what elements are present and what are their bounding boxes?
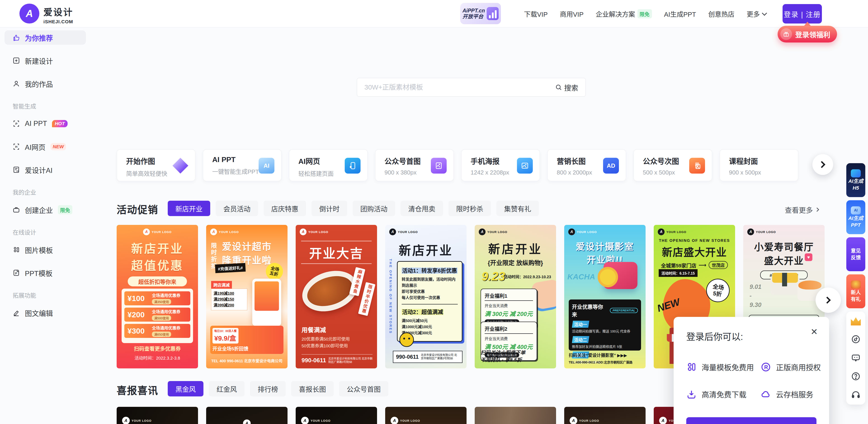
quick-cards-next-button[interactable] [812, 154, 833, 175]
quick-card-ai-web[interactable]: AI网页 轻松搭建页面 [289, 149, 368, 181]
nav-label: 更多 [747, 9, 760, 19]
report-poster[interactable]: A [206, 407, 287, 424]
sidebar-item-ppt-templates[interactable]: P PPT模板 [4, 266, 86, 280]
free-badge: 限免 [58, 205, 72, 214]
sidebar-item-new-design[interactable]: 新建设计 [4, 53, 86, 68]
brand-logo-icon[interactable]: A [20, 4, 39, 24]
rail-badge-ai-ppt[interactable]: AI AI生成 PPT [846, 200, 865, 234]
poster-logo: AYOUR LOGO [658, 229, 686, 235]
report-tab-black-gold[interactable]: 黑金风 [168, 381, 204, 396]
quick-card-wechat-cover[interactable]: 公众号首图 900 x 380px [375, 149, 454, 181]
sidebar-item-image-templates[interactable]: 图片模板 [4, 243, 86, 257]
search-button[interactable]: 搜索 [555, 82, 578, 92]
login-register-button[interactable]: 登录 | 注册 [782, 4, 822, 24]
brand-name-cn: 爱设计 [43, 5, 73, 18]
sidebar-item-label: 创建企业 [25, 205, 53, 215]
poster-new-store-activities[interactable]: AYOUR LOGO THE OPENING OF NEW STORES 新店开… [385, 225, 467, 368]
poster-bullet: 20优惠券满50元即可使用 [302, 336, 350, 342]
sidebar-item-my-works[interactable]: 我的作品 [4, 77, 86, 91]
brand-wordmark[interactable]: 爱设计 iSHEJI.COM [43, 5, 73, 24]
promo-tab-group-buy[interactable]: 团购活动 [352, 201, 395, 216]
quick-card-course-cover[interactable]: 课程封面 900 x 500px [719, 149, 798, 181]
login-benefit-badge[interactable]: 登录领福利 [778, 26, 837, 42]
svg-text:AI: AI [16, 170, 18, 172]
benefit-label: 云存档服务 [776, 389, 813, 400]
rail-badge-label: AI生成 [848, 178, 863, 184]
sidebar-item-ai-ppt[interactable]: P AI PPT HOT [4, 116, 86, 131]
poster-logo: AYOUR LOGO [568, 229, 597, 235]
report-poster[interactable]: AYOUR LOGO [385, 407, 467, 424]
promo-posters-next-button[interactable] [815, 287, 841, 313]
tab-label: 喜报长图 [299, 384, 326, 394]
report-tab-long-image[interactable]: 喜报长图 [291, 381, 334, 396]
aippt-badge-line1: AiPPT.cn [463, 8, 485, 13]
nav-item-more[interactable]: 更多 [747, 9, 766, 19]
search-input[interactable] [364, 83, 555, 91]
douyin-icon[interactable] [851, 334, 861, 344]
quick-card-wechat-secondary[interactable]: 公众号次图 500 x 500px [633, 149, 712, 181]
promo-tab-member[interactable]: 会员活动 [216, 201, 258, 216]
sidebar-item-ai-web[interactable]: H AI网页 NEW [4, 140, 86, 154]
poster-subtitle-pill: 超低折扣等你来 [128, 276, 187, 286]
poster-footer-line: 990-0611北京市爱设计科技有限公司 北京市朝阳区广渠路3号院5B [302, 354, 373, 364]
promo-tab-flash-sale[interactable]: 限时秒杀 [448, 201, 491, 216]
poster-supermarket-opening[interactable]: AYOUR LOGO 限时折扣 爱设计超市 隆重开业啦 #充值送好礼# 全场五折… [206, 225, 287, 368]
download-icon [686, 389, 697, 399]
camera-graphic [603, 262, 638, 289]
sidebar-section-online-design: 在线设计 [4, 225, 86, 243]
promo-view-more-link[interactable]: 查看更多 [785, 205, 818, 215]
rail-badge-ai-h5[interactable]: AI生成 H5 [846, 163, 865, 197]
poster-price-bar: 每日10：00双人餐¥9.9/盒 开业全场5折回馈 [210, 326, 283, 354]
nav-item-enterprise[interactable]: 企业解决方案限免 [596, 9, 652, 19]
sidebar-item-recommended[interactable]: 为你推荐 [4, 30, 86, 45]
headset-icon[interactable] [851, 390, 861, 400]
quick-card-start-drawing[interactable]: 开始作图 简单高效轻便快 [117, 149, 195, 181]
arrow-right-icon: ⟶ [699, 262, 706, 268]
nav-item-download-vip[interactable]: 下载VIP [524, 9, 548, 19]
sidebar-item-isheji-ai[interactable]: AI 爱设计AI [4, 162, 86, 177]
new-badge: NEW [51, 143, 66, 150]
nav-item-ai-ppt[interactable]: AI生成PPT [664, 9, 696, 19]
poster-restaurant-opening[interactable]: AYOUR LOGO 开业大吉 麻辣水煮鱼 限时半价优惠 用餐满减 20优惠券满… [296, 225, 377, 368]
report-poster[interactable]: AYOUR LOGO [564, 407, 646, 424]
nav-item-creative-shop[interactable]: 创意热店 [708, 9, 735, 19]
quick-card-ai-ppt[interactable]: AI PPT 一键智能生成PPT AI [203, 149, 282, 181]
promo-tab-new-store[interactable]: 新店开业 [168, 201, 210, 216]
poster-footer-line: TEL 400 990-0611 北京市爱设计电商公司 [206, 358, 287, 363]
aippt-platform-badge[interactable]: AiPPT.cn 开放平台 [460, 3, 501, 24]
poster-opening-benefits[interactable]: AYOUR LOGO 新店开业 {开业限定 放纵购物} 9.23 活动时间：20… [475, 225, 556, 368]
report-poster[interactable]: AYOUR LOGO [296, 407, 377, 424]
help-icon[interactable] [851, 371, 861, 381]
poster-photo-studio-opening[interactable]: AYOUR LOGO 爱设计摄影室 开业啦!! KACHA 开业优惠等你来PRE… [564, 225, 646, 368]
poster-footer-line: 不用排队 · 享8.5折 [480, 356, 522, 363]
login-now-button[interactable]: 立即登录 [686, 417, 816, 424]
report-tab-red-gold[interactable]: 红金风 [209, 381, 245, 396]
sidebar-item-create-company[interactable]: 创建企业 限免 [4, 203, 86, 217]
nav-item-commercial-vip[interactable]: 商用VIP [560, 9, 584, 19]
plus-square-icon [13, 57, 20, 64]
message-icon[interactable] [851, 353, 861, 363]
nav-label: 商用VIP [560, 9, 584, 19]
report-tab-ranking[interactable]: 排行榜 [250, 381, 286, 396]
promo-tab-anniversary[interactable]: 店庆特惠 [264, 201, 306, 216]
rail-badge-feedback[interactable]: 意见 反馈 [846, 237, 865, 271]
sidebar-section-smart-generate: 智能生成 [4, 99, 86, 116]
report-poster[interactable]: AYOUR LOGO [117, 407, 198, 424]
report-tab-wechat-cover[interactable]: 公众号首图 [339, 381, 388, 396]
quick-card-phone-poster[interactable]: 手机海报 1242 x 2208px [461, 149, 540, 181]
tab-label: 限时秒杀 [456, 204, 483, 213]
promo-tab-countdown[interactable]: 倒计时 [311, 201, 347, 216]
quick-card-marketing-long-image[interactable]: 营销长图 800 x 2000px AD [547, 149, 626, 181]
report-poster[interactable]: AYOUR LOGO [475, 407, 556, 424]
sidebar-item-graphic-editor[interactable]: 图文编辑 [4, 306, 86, 320]
promo-tab-clearance[interactable]: 清仓甩卖 [401, 201, 443, 216]
vip-crown-icon[interactable] [851, 316, 861, 326]
ai-icon-label: AI [264, 162, 270, 169]
view-more-label: 查看更多 [785, 205, 813, 215]
briefcase-icon [13, 206, 20, 213]
poster-new-store-coupons[interactable]: AYOUR LOGO 新店开业 超值优惠 超低折扣等你来 ¥100全场通用优惠券… [117, 225, 198, 368]
close-icon[interactable]: ✕ [809, 327, 819, 337]
poster-title: 新店开业 [385, 241, 467, 259]
rail-badge-newcomer-gift[interactable]: 新人 有礼 [846, 274, 865, 308]
promo-tab-likes-gift[interactable]: 集赞有礼 [496, 201, 539, 216]
